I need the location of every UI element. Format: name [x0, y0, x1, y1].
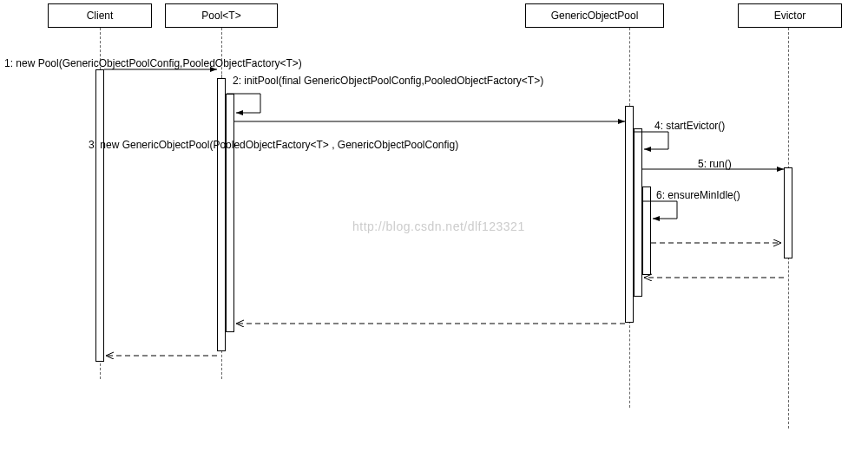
- lifeline-gop-top: [629, 28, 630, 106]
- activation-gop-inner: [634, 128, 642, 297]
- msg-1-label: 1: new Pool(GenericObjectPoolConfig,Pool…: [4, 57, 302, 69]
- msg-2-label: 2: initPool(final GenericObjectPoolConfi…: [233, 75, 543, 87]
- participant-evictor: Evictor: [738, 3, 842, 28]
- msg-6-label: 6: ensureMinIdle(): [656, 189, 740, 201]
- participant-client: Client: [48, 3, 152, 28]
- activation-gop-outer: [625, 106, 634, 323]
- activation-pool-outer: [217, 78, 226, 351]
- activation-pool-inner: [226, 94, 234, 332]
- participant-pool: Pool<T>: [165, 3, 278, 28]
- msg-4-label: 4: startEvictor(): [654, 120, 725, 132]
- msg-3-label: 3: new GenericObjectPool(PooledObjectFac…: [89, 139, 458, 151]
- activation-evictor: [784, 167, 792, 258]
- activation-gop-inner2: [642, 186, 651, 275]
- activation-client: [95, 69, 104, 362]
- watermark: http://blog.csdn.net/dlf123321: [352, 219, 525, 233]
- lifeline-gop-bot: [629, 321, 630, 408]
- participant-gop: GenericObjectPool: [525, 3, 664, 28]
- msg-5-label: 5: run(): [698, 158, 732, 170]
